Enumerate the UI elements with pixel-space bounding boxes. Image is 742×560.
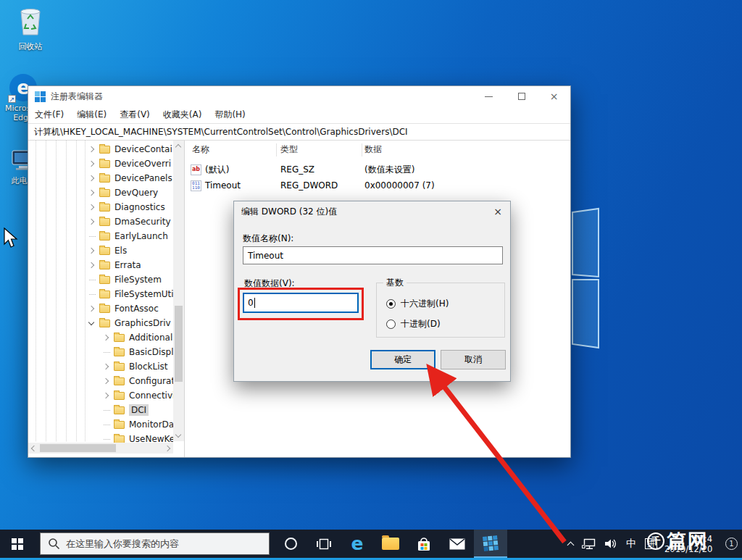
chevron-right-icon[interactable]: [88, 262, 94, 268]
taskbar: 在这里输入你要搜索的内容 e: [0, 530, 742, 558]
chevron-right-icon[interactable]: [88, 190, 94, 196]
radio-selected-icon[interactable]: [386, 299, 396, 309]
scrollbar-thumb[interactable]: [40, 444, 116, 452]
tree-connector: [89, 280, 96, 280]
chevron-down-icon[interactable]: [88, 319, 94, 325]
folder-icon: [99, 319, 110, 327]
task-view-button[interactable]: [307, 530, 341, 558]
window-titlebar[interactable]: 注册表编辑器 ×: [28, 86, 570, 106]
tree-item[interactable]: FontAssoc: [28, 301, 173, 316]
maximize-button[interactable]: [505, 86, 538, 106]
ok-button[interactable]: 确定: [370, 350, 435, 369]
address-bar[interactable]: 计算机\HKEY_LOCAL_MACHINE\SYSTEM\CurrentCon…: [28, 123, 570, 141]
value-name-input[interactable]: Timeout: [243, 246, 503, 264]
scrollbar-thumb[interactable]: [175, 306, 183, 382]
tree-item[interactable]: DevQuery: [28, 185, 173, 200]
desktop: 回收站 e ↗ Microsoft Edge 此电脑 注册表编辑器 ×: [0, 0, 742, 560]
notification-badge[interactable]: 1: [725, 538, 738, 550]
menu-edit[interactable]: 编辑(E): [70, 106, 113, 123]
column-header-type[interactable]: 类型: [280, 143, 298, 156]
chevron-right-icon[interactable]: [88, 219, 94, 225]
folder-icon: [99, 247, 110, 255]
taskbar-clock[interactable]: 17:4 2019/12/20: [662, 534, 715, 554]
pane-separator[interactable]: [184, 141, 185, 457]
dialog-titlebar[interactable]: 编辑 DWORD (32 位)值 ×: [234, 201, 510, 222]
folder-icon: [114, 406, 125, 414]
value-row-default[interactable]: ab (默认) REG_SZ (数值未设置): [188, 162, 570, 177]
taskbar-edge-button[interactable]: e: [341, 530, 374, 558]
tree-item[interactable]: DmaSecurity: [28, 214, 173, 229]
chevron-right-icon[interactable]: [103, 364, 109, 369]
search-icon: [48, 538, 60, 550]
tree-item[interactable]: Errata: [28, 258, 173, 272]
menu-help[interactable]: 帮助(H): [208, 106, 251, 123]
reg-dword-icon: 011110: [191, 180, 201, 191]
scroll-right-icon[interactable]: [164, 446, 170, 451]
show-hidden-icons-button[interactable]: [564, 530, 578, 558]
scroll-down-icon[interactable]: [175, 432, 181, 438]
tree-item[interactable]: FileSystemUti: [28, 287, 173, 301]
desktop-icon-recycle-bin[interactable]: 回收站: [4, 6, 57, 51]
taskbar-mail-button[interactable]: [441, 530, 474, 558]
tree-item[interactable]: Els: [28, 243, 173, 258]
tree-item[interactable]: BlockList: [28, 359, 173, 374]
chevron-right-icon[interactable]: [88, 175, 94, 181]
radio-hexadecimal[interactable]: 十六进制(H): [386, 298, 449, 310]
mail-icon: [449, 538, 465, 550]
tree-item-selected[interactable]: DCI: [28, 403, 173, 417]
radio-decimal[interactable]: 十进制(D): [386, 318, 441, 330]
scroll-left-icon[interactable]: [31, 446, 37, 451]
tree-item[interactable]: BasicDispl: [28, 345, 173, 359]
menu-favorites[interactable]: 收藏夹(A): [157, 106, 209, 123]
menu-file[interactable]: 文件(F): [28, 106, 70, 123]
column-header-data[interactable]: 数据: [364, 143, 382, 156]
radio-unselected-icon[interactable]: [386, 319, 396, 329]
chevron-right-icon[interactable]: [103, 378, 109, 384]
tree-item[interactable]: FileSystem: [28, 272, 173, 287]
chevron-right-icon[interactable]: [88, 161, 94, 167]
cortana-button[interactable]: [274, 530, 307, 558]
tree-item[interactable]: Connectivi: [28, 388, 173, 403]
volume-tray-button[interactable]: [600, 530, 622, 558]
folder-icon: [99, 276, 110, 284]
tree-item[interactable]: DeviceContai: [28, 142, 173, 156]
scroll-up-icon[interactable]: [175, 144, 181, 150]
tree-item[interactable]: MonitorDa: [28, 417, 173, 432]
tree-item[interactable]: DevicePanels: [28, 171, 173, 185]
minimize-button[interactable]: [472, 86, 505, 106]
window-title: 注册表编辑器: [51, 91, 103, 103]
tree-item[interactable]: Diagnostics: [28, 200, 173, 214]
tree-item[interactable]: EarlyLaunch: [28, 229, 173, 243]
dialog-close-button[interactable]: ×: [485, 201, 510, 222]
ime-mode-button[interactable]: 拼: [641, 530, 662, 558]
chevron-right-icon[interactable]: [103, 335, 109, 340]
tree-horizontal-scrollbar[interactable]: [28, 443, 173, 454]
value-row-timeout[interactable]: 011110 Timeout REG_DWORD 0x00000007 (7): [188, 178, 570, 193]
tree-vertical-scrollbar[interactable]: [173, 141, 184, 441]
folder-icon: [99, 189, 110, 197]
close-button[interactable]: ×: [538, 86, 570, 106]
chevron-right-icon[interactable]: [88, 306, 94, 312]
menu-view[interactable]: 查看(V): [113, 106, 157, 123]
column-divider[interactable]: [362, 143, 362, 156]
chevron-right-icon[interactable]: [88, 248, 94, 254]
taskbar-search-input[interactable]: 在这里输入你要搜索的内容: [40, 532, 270, 555]
chevron-right-icon[interactable]: [88, 146, 94, 152]
chevron-right-icon[interactable]: [103, 393, 109, 398]
start-button[interactable]: [0, 530, 35, 558]
network-tray-button[interactable]: [578, 530, 600, 558]
ime-language-button[interactable]: 中: [622, 530, 641, 558]
column-divider[interactable]: [276, 143, 277, 156]
folder-icon: [114, 435, 125, 443]
cancel-button[interactable]: 取消: [441, 350, 506, 369]
tree-item[interactable]: Configurat: [28, 374, 173, 388]
chevron-right-icon[interactable]: [88, 204, 94, 210]
column-header-name[interactable]: 名称: [192, 143, 209, 156]
taskbar-explorer-button[interactable]: [374, 530, 407, 558]
ime-mode-icon: 拼: [645, 538, 657, 549]
taskbar-store-button[interactable]: [407, 530, 441, 558]
tree-item[interactable]: Additional: [28, 330, 173, 345]
tree-item[interactable]: DeviceOverri: [28, 156, 173, 171]
taskbar-regedit-button-active[interactable]: [474, 530, 507, 558]
tree-item[interactable]: GraphicsDriv: [28, 316, 173, 330]
